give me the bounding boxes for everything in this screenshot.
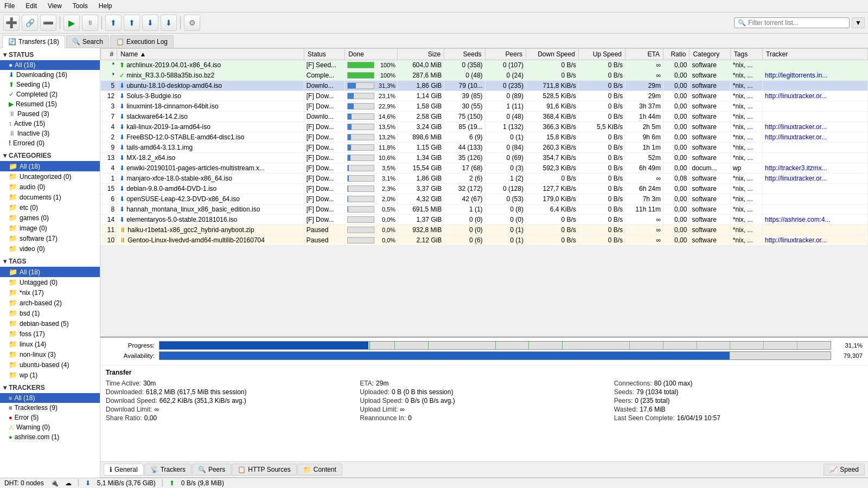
table-row[interactable]: * ⬆ archlinux-2019.04.01-x86_64.iso [F] … [101, 60, 868, 70]
table-row[interactable]: 15 ⬇ debian-9.8.0-amd64-DVD-1.iso [F] Do… [101, 184, 868, 194]
add-url-button[interactable]: 🔗 [22, 15, 38, 31]
cell-peers: 0 (69) [485, 153, 526, 163]
speed-tab[interactable]: 📈 Speed [824, 464, 865, 476]
sidebar-tag-untagged[interactable]: 📁 Untagged (0) [0, 277, 100, 287]
tab-general[interactable]: ℹ General [104, 464, 144, 476]
menu-help[interactable]: Help [97, 1, 114, 11]
move-bottom-button[interactable]: ⬇ [161, 15, 177, 31]
tab-peers[interactable]: 🔍 Peers [192, 464, 231, 476]
sidebar-item-seeding[interactable]: ⬆ Seeding (1) [0, 80, 100, 89]
sidebar-tracker-error[interactable]: ● Error (5) [0, 413, 100, 422]
tab-transfers[interactable]: 🔄 Transfers (18) [2, 35, 65, 48]
tab-search[interactable]: 🔍 Search [66, 35, 109, 48]
sidebar-cat-software[interactable]: 📁 software (17) [0, 233, 100, 243]
sidebar-item-completed[interactable]: ✓ Completed (2) [0, 89, 100, 99]
col-header-tags[interactable]: Tags [730, 49, 762, 60]
move-down-button[interactable]: ⬇ [142, 15, 158, 31]
menu-tools[interactable]: Tools [71, 1, 90, 11]
menu-view[interactable]: View [46, 1, 64, 11]
torrent-list[interactable]: # Name ▲ Status Done Size Seeds Peers Do… [100, 48, 868, 337]
speed-chart-button[interactable]: 📈 Speed [824, 464, 865, 476]
menu-edit[interactable]: Edit [23, 1, 39, 11]
col-header-ratio[interactable]: Ratio [663, 49, 690, 60]
sidebar-tag-linux[interactable]: 📁 linux (14) [0, 339, 100, 349]
filter-input[interactable] [748, 19, 846, 27]
tab-http-sources[interactable]: 📋 HTTP Sources [232, 464, 296, 476]
col-header-down[interactable]: Down Speed [526, 49, 578, 60]
sidebar-tracker-ashrise[interactable]: ● ashrise.com (1) [0, 432, 100, 442]
remove-button[interactable]: ➖ [40, 15, 56, 31]
col-header-eta[interactable]: ETA [626, 49, 663, 60]
start-button[interactable]: ▶ [63, 15, 80, 31]
pause-all-button[interactable]: ⏸ [82, 15, 98, 31]
table-row[interactable]: 6 ⬇ openSUSE-Leap-42.3-DVD-x86_64.iso [F… [101, 194, 868, 204]
sidebar-tracker-trackerless[interactable]: ≡ Trackerless (9) [0, 403, 100, 413]
sidebar-item-all[interactable]: ● All (18) [0, 60, 100, 70]
sidebar-tag-nix[interactable]: 📁 *nix (17) [0, 287, 100, 298]
add-torrent-button[interactable]: ➕ [3, 15, 20, 31]
sidebar-item-active[interactable]: ↕ Active (15) [0, 119, 100, 129]
col-header-up[interactable]: Up Speed [578, 49, 625, 60]
sidebar-tracker-warning[interactable]: ⚠ Warning (0) [0, 422, 100, 432]
categories-collapse-icon[interactable]: ▾ [3, 152, 7, 159]
menu-file[interactable]: File [2, 1, 17, 11]
col-header-done[interactable]: Done [345, 49, 398, 60]
table-row[interactable]: 14 ⬇ elementaryos-5.0-stable.20181016.is… [101, 215, 868, 225]
sidebar-item-inactive[interactable]: ⏸ Inactive (3) [0, 129, 100, 138]
move-top-button[interactable]: ⬆ [105, 15, 122, 31]
sidebar-tag-all[interactable]: 📁 All (18) [0, 267, 100, 277]
filter-options-button[interactable]: ▼ [852, 17, 865, 28]
table-row[interactable]: * ✓ minix_R3.3.0-588a35b.iso.bz2 Comple.… [101, 70, 868, 81]
cell-ratio: 0,00 [663, 91, 690, 101]
tab-execution-log[interactable]: 📋 Execution Log [110, 35, 174, 48]
table-row[interactable]: 5 ⬇ ubuntu-18.10-desktop-amd64.iso Downl… [101, 81, 868, 91]
col-header-peers[interactable]: Peers [485, 49, 526, 60]
col-header-size[interactable]: Size [398, 49, 444, 60]
table-row[interactable]: 8 ⬇ hannah_montana_linux_x86_basic_editi… [101, 204, 868, 215]
tab-content[interactable]: 📁 Content [297, 464, 342, 476]
table-row[interactable]: 3 ⬇ linuxmint-18-cinnamon-64bit.iso [F] … [101, 101, 868, 112]
sidebar-cat-documents[interactable]: 📁 documents (1) [0, 192, 100, 202]
sidebar-tag-foss[interactable]: 📁 foss (17) [0, 329, 100, 339]
tab-trackers[interactable]: 📡 Trackers [144, 464, 192, 476]
sidebar-tag-arch[interactable]: 📁 arch-based (2) [0, 298, 100, 308]
sidebar-cat-games[interactable]: 📁 games (0) [0, 213, 100, 223]
col-header-num[interactable]: # [101, 49, 117, 60]
sidebar-item-resumed[interactable]: ▶ Resumed (15) [0, 99, 100, 109]
trackers-collapse-icon[interactable]: ▾ [3, 384, 7, 391]
table-row[interactable]: 13 ⬇ MX-18.2_x64.iso [F] Dow... 10,6% 1,… [101, 153, 868, 163]
sidebar-tag-ubuntu[interactable]: 📁 ubuntu-based (4) [0, 359, 100, 370]
table-row[interactable]: 10 ⏸ Gentoo-Linux-livedvd-amd64-multilib… [101, 235, 868, 246]
sidebar-cat-all[interactable]: 📁 All (18) [0, 161, 100, 171]
table-row[interactable]: 4 ⬇ kali-linux-2019-1a-amd64-iso [F] Dow… [101, 122, 868, 132]
move-up-button[interactable]: ⬆ [124, 15, 140, 31]
sidebar-item-errored[interactable]: ! Errored (0) [0, 138, 100, 148]
preferences-button[interactable]: ⚙ [184, 15, 200, 31]
tags-collapse-icon[interactable]: ▾ [3, 258, 7, 265]
table-row[interactable]: 4 ⬇ enwiki-20190101-pages-articles-multi… [101, 163, 868, 174]
col-header-status[interactable]: Status [304, 49, 344, 60]
table-row[interactable]: 12 ⬇ Solus-3-Budgie.iso [F] Dow... 23,1%… [101, 91, 868, 101]
table-row[interactable]: 2 ⬇ FreeBSD-12.0-STABLE-amd64-disc1.iso … [101, 132, 868, 143]
table-row[interactable]: 9 ⬇ tails-amd64-3.13.1.img [F] Dow... 11… [101, 143, 868, 153]
sidebar-tag-nonlinux[interactable]: 📁 non-linux (3) [0, 349, 100, 359]
col-header-seeds[interactable]: Seeds [444, 49, 485, 60]
status-collapse-icon[interactable]: ▾ [3, 51, 7, 59]
col-header-tracker[interactable]: Tracker [763, 49, 868, 60]
sidebar-cat-etc[interactable]: 📁 etc (0) [0, 202, 100, 213]
table-row[interactable]: 11 ⏸ haiku-r1beta1-x86_gcc2_hybrid-anybo… [101, 225, 868, 235]
sidebar-cat-audio[interactable]: 📁 audio (0) [0, 182, 100, 192]
sidebar-cat-image[interactable]: 📁 image (0) [0, 223, 100, 233]
sidebar-tracker-all[interactable]: ≡ All (18) [0, 393, 100, 403]
sidebar-tag-debian[interactable]: 📁 debian-based (5) [0, 318, 100, 329]
sidebar-cat-uncategorized[interactable]: 📁 Uncategorized (0) [0, 171, 100, 182]
col-header-cat[interactable]: Category [690, 49, 730, 60]
table-row[interactable]: 1 ⬇ manjaro-xfce-18.0-stable-x86_64.iso … [101, 174, 868, 184]
sidebar-tag-bsd[interactable]: 📁 bsd (1) [0, 308, 100, 318]
sidebar-item-downloading[interactable]: ⬇ Downloading (16) [0, 70, 100, 80]
col-header-name[interactable]: Name ▲ [117, 49, 304, 60]
table-row[interactable]: 7 ⬇ slackware64-14.2.iso Downlo... 14,6%… [101, 112, 868, 122]
sidebar-tag-wp[interactable]: 📁 wp (1) [0, 370, 100, 380]
sidebar-cat-video[interactable]: 📁 video (0) [0, 243, 100, 254]
sidebar-item-paused[interactable]: ⏸ Paused (3) [0, 109, 100, 119]
